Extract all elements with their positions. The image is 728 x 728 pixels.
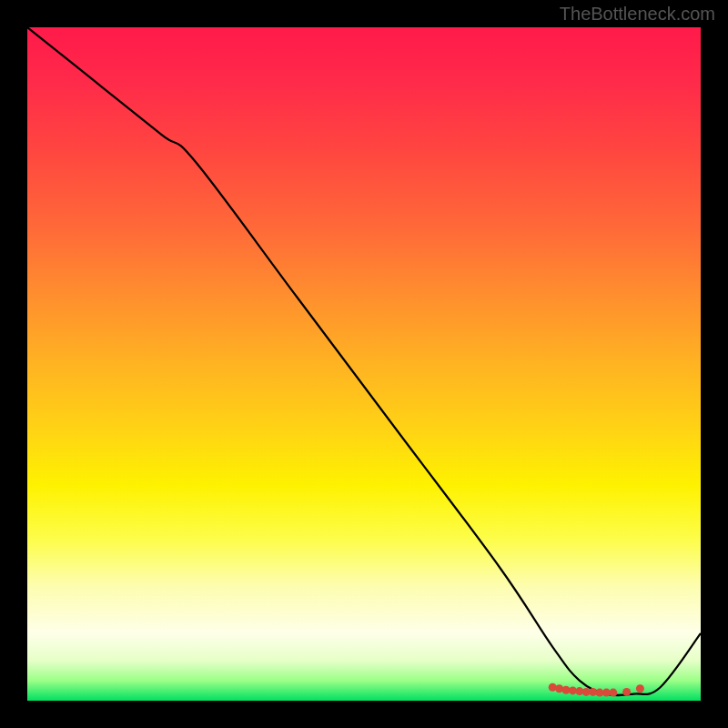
watermark-text: TheBottleneck.com [560, 4, 715, 25]
data-marker [549, 683, 557, 692]
plot-area [27, 27, 701, 701]
chart-svg [27, 27, 701, 701]
data-marker [555, 684, 563, 693]
bottleneck-curve [27, 27, 701, 695]
frame-bottom [0, 701, 728, 728]
data-marker [609, 689, 617, 697]
frame-left [0, 0, 27, 728]
frame-right [701, 0, 728, 728]
data-marker [636, 684, 644, 693]
data-marker [622, 688, 631, 696]
